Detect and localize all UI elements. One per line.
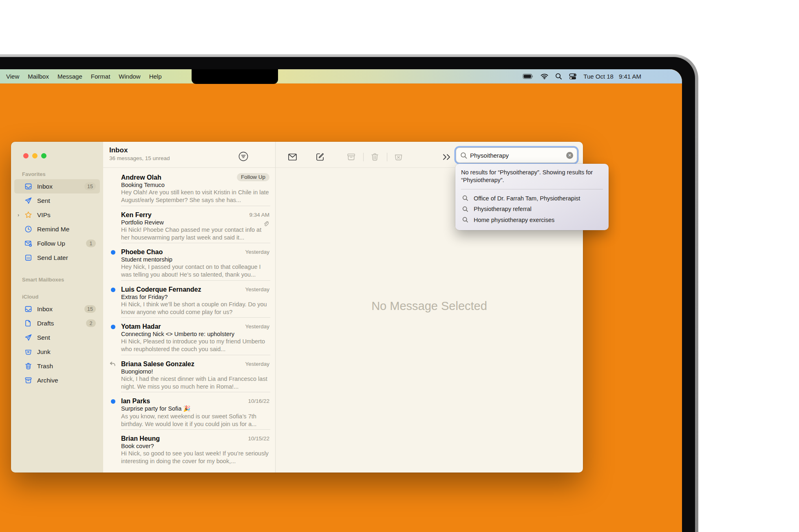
message-row-ken-ferry[interactable]: Ken Ferry9:34 AMPortfolio ReviewHi Nick!… bbox=[103, 206, 275, 244]
message-date: 10/15/22 bbox=[248, 435, 269, 442]
message-preview: Hi Nick! Phoebe Chao passed me your cont… bbox=[121, 226, 269, 242]
message-date: Yesterday bbox=[245, 323, 269, 330]
message-date: Yesterday bbox=[245, 361, 269, 367]
message-row-phoebe-chao[interactable]: Phoebe ChaoYesterdayStudent mentorshipHe… bbox=[103, 243, 275, 281]
more-toolbar-items-icon[interactable] bbox=[442, 153, 452, 161]
message-subject: Connecting Nick <> Umberto re: upholster… bbox=[121, 331, 269, 337]
no-message-selected-text: No Message Selected bbox=[371, 299, 487, 313]
toolbar-separator bbox=[387, 153, 387, 161]
suggestion-list: Office of Dr. Farrah Tam, Physiotherapis… bbox=[461, 193, 603, 225]
close-window-button[interactable] bbox=[23, 153, 29, 158]
sidebar-item-favorites-inbox[interactable]: Inbox15 bbox=[14, 179, 100, 193]
sidebar-item-label: Junk bbox=[37, 348, 51, 356]
junk-icon bbox=[24, 348, 32, 356]
sidebar-item-icloud-drafts[interactable]: Drafts2 bbox=[14, 316, 100, 330]
message-row-briana-salese-gonzalez[interactable]: Briana Salese GonzalezYesterdayBuongiorn… bbox=[103, 355, 275, 393]
archive-icon bbox=[24, 376, 32, 384]
menu-item-mailbox[interactable]: Mailbox bbox=[28, 73, 49, 80]
sidebar-item-favorites-send-later[interactable]: Send Later bbox=[14, 251, 100, 265]
unread-dot bbox=[111, 288, 115, 292]
message-sender: Brian Heung bbox=[121, 435, 248, 442]
junk-message-icon[interactable] bbox=[394, 152, 403, 162]
get-mail-icon[interactable] bbox=[288, 152, 297, 162]
menu-item-view[interactable]: View bbox=[6, 73, 19, 80]
message-list[interactable]: Andrew OlahFollow UpBooking TemucoHey Ol… bbox=[103, 168, 275, 473]
sidebar-item-label: Follow Up bbox=[37, 240, 65, 247]
message-sender: Andrew Olah bbox=[121, 174, 237, 181]
compose-icon[interactable] bbox=[316, 152, 325, 162]
trash-icon bbox=[24, 362, 32, 370]
suggestion-label: Home physiotherapy exercises bbox=[474, 217, 554, 223]
search-suggestion-home-physiotherapy-exercises[interactable]: Home physiotherapy exercises bbox=[461, 214, 603, 225]
menu-item-message[interactable]: Message bbox=[57, 73, 82, 80]
message-row-luis-coderque-fernandez[interactable]: Luis Coderque FernandezYesterdayExtras f… bbox=[103, 281, 275, 318]
sidebar-item-favorites-vips[interactable]: ›VIPs bbox=[14, 208, 100, 222]
message-row-ian-parks[interactable]: Ian Parks10/16/22Surprise party for Sofi… bbox=[103, 392, 275, 430]
sidebar-item-favorites-sent[interactable]: Sent bbox=[14, 193, 100, 208]
message-list-header: Inbox 36 messages, 15 unread bbox=[103, 142, 275, 168]
message-date: 9:34 AM bbox=[249, 212, 269, 218]
message-row-andrew-olah[interactable]: Andrew OlahFollow UpBooking TemucoHey Ol… bbox=[103, 169, 275, 206]
attachment-paperclip-icon bbox=[263, 221, 269, 227]
unread-dot bbox=[111, 325, 115, 329]
message-row-brian-heung[interactable]: Brian Heung10/15/22Book cover?Hi Nick, s… bbox=[103, 430, 275, 467]
sidebar-item-icloud-trash[interactable]: Trash bbox=[14, 359, 100, 373]
message-date: Yesterday bbox=[245, 286, 269, 292]
unread-dot bbox=[111, 250, 115, 255]
sidebar-item-favorites-remind-me[interactable]: Remind Me bbox=[14, 222, 100, 236]
message-sender: Ian Parks bbox=[121, 398, 248, 405]
sidebar-item-label: Trash bbox=[37, 363, 53, 370]
menu-clock[interactable]: Tue Oct 18 9:41 AM bbox=[583, 73, 641, 80]
envelope-check-icon bbox=[24, 240, 32, 247]
search-suggestion-office-of-dr-farrah-tam-physiotherapist[interactable]: Office of Dr. Farrah Tam, Physiotherapis… bbox=[461, 193, 603, 204]
sidebar-item-icloud-archive[interactable]: Archive bbox=[14, 373, 100, 387]
menu-time: 9:41 AM bbox=[619, 73, 641, 80]
message-subject: Student mentorship bbox=[121, 256, 269, 263]
expand-chevron-icon[interactable]: › bbox=[18, 212, 22, 218]
sidebar-item-icloud-junk[interactable]: Junk bbox=[14, 345, 100, 359]
menu-item-window[interactable]: Window bbox=[119, 73, 140, 80]
zoom-window-button[interactable] bbox=[41, 153, 46, 158]
sidebar-item-label: Drafts bbox=[37, 320, 54, 327]
message-date: 10/16/22 bbox=[248, 398, 269, 404]
sidebar-section-favorites: Favorites bbox=[22, 171, 103, 177]
spotlight-search-icon[interactable] bbox=[555, 73, 562, 80]
menu-item-format[interactable]: Format bbox=[91, 73, 110, 80]
message-preview: Hi Nick, I think we’ll be short a couple… bbox=[121, 301, 269, 316]
paper-plane-icon bbox=[24, 334, 32, 341]
search-input[interactable] bbox=[456, 148, 577, 163]
message-sender: Ken Ferry bbox=[121, 211, 249, 219]
wifi-icon[interactable] bbox=[541, 73, 548, 79]
search-field[interactable]: ✕ bbox=[456, 147, 577, 163]
unread-dot bbox=[111, 399, 115, 404]
battery-icon[interactable] bbox=[523, 73, 534, 80]
inbox-icon bbox=[24, 305, 32, 313]
message-date: Yesterday bbox=[245, 249, 269, 255]
search-correction-notice: No results for “Physoitherapy”. Showing … bbox=[461, 169, 596, 184]
message-row-yotam-hadar[interactable]: Yotam HadarYesterdayConnecting Nick <> U… bbox=[103, 318, 275, 355]
clear-search-icon[interactable]: ✕ bbox=[566, 152, 573, 159]
search-icon bbox=[462, 206, 468, 212]
delete-message-icon[interactable] bbox=[370, 152, 380, 162]
search-icon bbox=[462, 195, 468, 201]
sidebar-item-favorites-follow-up[interactable]: Follow Up1 bbox=[14, 236, 100, 251]
search-suggestion-physiotherapy-referral[interactable]: Physiotherapy referral bbox=[461, 204, 603, 215]
unread-count-badge: 2 bbox=[86, 319, 96, 327]
toolbar-separator bbox=[363, 153, 364, 161]
menu-bar-items: ViewMailboxMessageFormatWindowHelp bbox=[0, 73, 162, 80]
minimize-window-button[interactable] bbox=[32, 153, 38, 158]
sidebar-item-label: Archive bbox=[37, 377, 58, 384]
clock-icon bbox=[24, 225, 32, 233]
star-icon bbox=[24, 211, 32, 219]
control-center-icon[interactable] bbox=[569, 73, 576, 80]
filter-icon[interactable] bbox=[238, 151, 249, 162]
sidebar-item-label: Sent bbox=[37, 197, 50, 204]
sidebar-item-icloud-inbox[interactable]: Inbox15 bbox=[14, 302, 100, 316]
menu-item-help[interactable]: Help bbox=[149, 73, 162, 80]
message-subject: Portfolio Review bbox=[121, 219, 269, 226]
message-subject: Extras for Friday? bbox=[121, 294, 269, 300]
sidebar-item-icloud-sent[interactable]: Sent bbox=[14, 330, 100, 345]
archive-message-icon[interactable] bbox=[347, 152, 356, 162]
message-sender: Briana Salese Gonzalez bbox=[121, 361, 245, 368]
camera-notch bbox=[192, 69, 278, 84]
